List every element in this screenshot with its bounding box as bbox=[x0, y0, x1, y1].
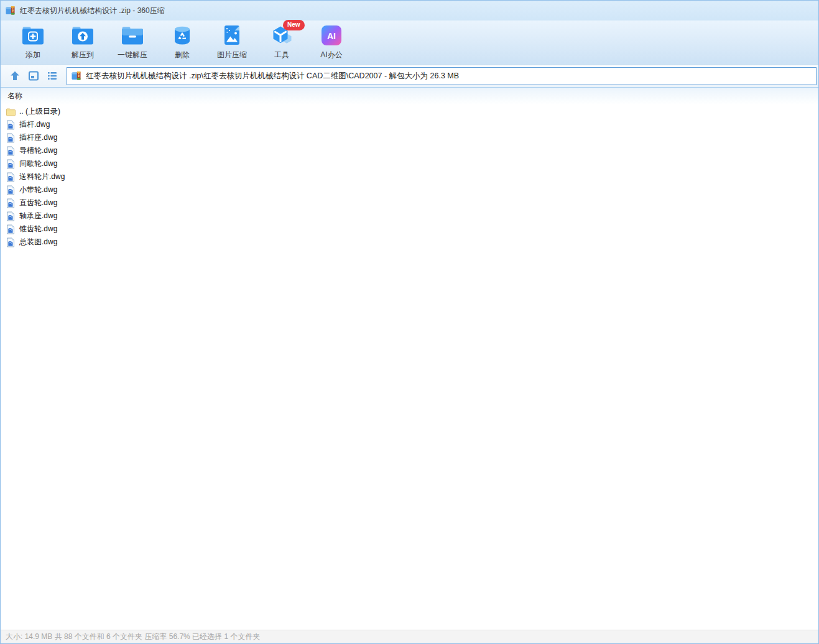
window-title: 红枣去核切片机机械结构设计 .zip - 360压缩 bbox=[20, 6, 165, 16]
parent-folder-icon bbox=[6, 107, 16, 117]
file-row[interactable]: 轴承座.dwg bbox=[1, 209, 818, 223]
dwg-file-icon bbox=[6, 198, 16, 208]
address-path: 红枣去核切片机机械结构设计 .zip\红枣去核切片机机械结构设计 CAD二维图\… bbox=[86, 71, 459, 81]
toolbar-button-label: 图片压缩 bbox=[217, 50, 247, 60]
360zip-window: 红枣去核切片机机械结构设计 .zip - 360压缩 添加 解压到 一键解压 删… bbox=[0, 0, 819, 644]
toolbar-button[interactable]: New 工具 bbox=[257, 21, 307, 64]
column-header-name[interactable]: 名称 bbox=[4, 91, 26, 101]
toolbar-button[interactable]: 解压到 bbox=[58, 21, 108, 64]
ai-office-icon: AI bbox=[320, 24, 343, 47]
dwg-file-icon bbox=[6, 133, 16, 143]
dwg-file-icon bbox=[6, 159, 16, 169]
title-bar[interactable]: 红枣去核切片机机械结构设计 .zip - 360压缩 bbox=[1, 1, 818, 21]
file-row[interactable]: 送料轮片.dwg bbox=[1, 170, 818, 183]
new-badge: New bbox=[283, 20, 305, 30]
dwg-file-icon bbox=[6, 237, 16, 247]
toolbar-button-label: 解压到 bbox=[72, 50, 94, 60]
file-row[interactable]: 插杆座.dwg bbox=[1, 131, 818, 144]
toolbar-button[interactable]: 一键解压 bbox=[108, 21, 157, 64]
dwg-file-icon bbox=[6, 120, 16, 130]
file-name: 插杆.dwg bbox=[19, 119, 50, 130]
svg-text:AI: AI bbox=[327, 31, 336, 41]
dwg-file-icon bbox=[6, 172, 16, 182]
file-row[interactable]: 间歇轮.dwg bbox=[1, 157, 818, 170]
file-name: 小带轮.dwg bbox=[19, 185, 57, 195]
list-view-icon[interactable] bbox=[44, 68, 60, 84]
file-name: 直齿轮.dwg bbox=[19, 198, 57, 208]
dwg-file-icon bbox=[6, 224, 16, 234]
status-bar: 大小: 14.9 MB 共 88 个文件和 6 个文件夹 压缩率 56.7% 已… bbox=[1, 630, 818, 643]
file-list: .. (上级目录) 插杆.dwg 插杆座.dwg 导槽轮.dwg 间歇轮.dwg… bbox=[1, 104, 818, 630]
file-row[interactable]: 锥齿轮.dwg bbox=[1, 223, 818, 236]
up-icon[interactable] bbox=[7, 68, 23, 84]
delete-trash-icon bbox=[170, 24, 194, 47]
toolbar-button-label: 添加 bbox=[25, 50, 40, 60]
file-name: 轴承座.dwg bbox=[19, 211, 57, 221]
file-name: 插杆座.dwg bbox=[19, 132, 57, 143]
toolbar-button[interactable]: 删除 bbox=[157, 21, 207, 64]
file-row[interactable]: 导槽轮.dwg bbox=[1, 144, 818, 157]
toolbar-button-label: AI办公 bbox=[320, 50, 342, 60]
file-name: .. (上级目录) bbox=[19, 106, 60, 117]
dwg-file-icon bbox=[6, 146, 16, 156]
toolbar-button[interactable]: 图片压缩 bbox=[207, 21, 257, 64]
file-name: 间歇轮.dwg bbox=[19, 159, 57, 169]
toolbar-button-label: 一键解压 bbox=[118, 50, 147, 60]
add-folder-icon bbox=[21, 24, 45, 47]
view-mode-icon[interactable] bbox=[25, 68, 42, 84]
file-name: 导槽轮.dwg bbox=[19, 145, 57, 156]
file-row[interactable]: 直齿轮.dwg bbox=[1, 196, 818, 209]
navigation-bar: 红枣去核切片机机械结构设计 .zip\红枣去核切片机机械结构设计 CAD二维图\… bbox=[1, 65, 818, 88]
toolbar: 添加 解压到 一键解压 删除 图片压缩 New 工具 bbox=[1, 21, 818, 65]
image-compress-icon bbox=[220, 24, 244, 47]
list-header: 名称 bbox=[1, 88, 818, 104]
file-row[interactable]: 插杆.dwg bbox=[1, 118, 818, 131]
file-name: 送料轮片.dwg bbox=[19, 172, 65, 182]
file-name: 总装图.dwg bbox=[19, 237, 57, 247]
dwg-file-icon bbox=[6, 185, 16, 195]
file-row[interactable]: 小带轮.dwg bbox=[1, 183, 818, 196]
file-row[interactable]: .. (上级目录) bbox=[1, 105, 818, 118]
file-name: 锥齿轮.dwg bbox=[19, 224, 57, 234]
zip-file-icon bbox=[72, 71, 81, 81]
status-text: 大小: 14.9 MB 共 88 个文件和 6 个文件夹 压缩率 56.7% 已… bbox=[6, 632, 260, 642]
address-bar[interactable]: 红枣去核切片机机械结构设计 .zip\红枣去核切片机机械结构设计 CAD二维图\… bbox=[67, 67, 817, 85]
extract-to-folder-icon bbox=[71, 24, 95, 47]
toolbar-button[interactable]: AI AI办公 bbox=[307, 21, 356, 64]
toolbar-button-label: 删除 bbox=[175, 50, 190, 60]
toolbar-button-label: 工具 bbox=[274, 50, 289, 60]
dwg-file-icon bbox=[6, 211, 16, 221]
one-click-extract-icon bbox=[121, 24, 144, 47]
zip-file-icon bbox=[6, 6, 16, 16]
file-row[interactable]: 总装图.dwg bbox=[1, 236, 818, 249]
toolbar-button[interactable]: 添加 bbox=[8, 21, 58, 64]
